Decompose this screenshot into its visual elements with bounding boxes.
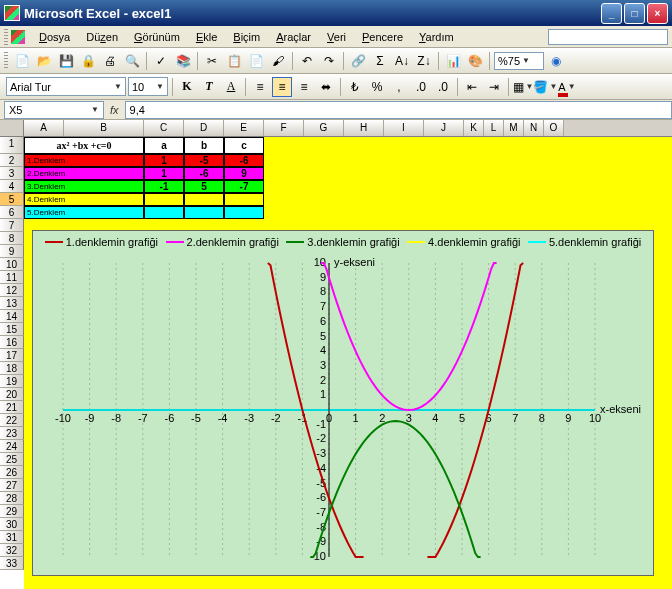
row-header-22[interactable]: 22 [0, 414, 24, 427]
row-header-19[interactable]: 19 [0, 375, 24, 388]
cell-grid[interactable]: ax² +bx +c=0 a b c 1.Denklem 1 -5 -6 2.D… [24, 137, 672, 589]
print-icon[interactable]: 🖨 [100, 51, 120, 71]
chart-icon[interactable]: 📊 [443, 51, 463, 71]
new-icon[interactable]: 📄 [12, 51, 32, 71]
hyperlink-icon[interactable]: 🔗 [348, 51, 368, 71]
row-header-10[interactable]: 10 [0, 258, 24, 271]
col-header-E[interactable]: E [224, 120, 264, 136]
row-header-29[interactable]: 29 [0, 505, 24, 518]
menu-bicim[interactable]: Biçim [225, 29, 268, 45]
row-header-24[interactable]: 24 [0, 440, 24, 453]
row-header-7[interactable]: 7 [0, 219, 24, 232]
select-all-corner[interactable] [0, 120, 24, 136]
close-button[interactable]: × [647, 3, 668, 24]
save-icon[interactable]: 💾 [56, 51, 76, 71]
chart-area[interactable]: 1.denklemin grafiği2.denklemin grafiği3.… [32, 230, 654, 576]
row-header-30[interactable]: 30 [0, 518, 24, 531]
row-header-1[interactable]: 1 [0, 137, 24, 154]
row-header-27[interactable]: 27 [0, 479, 24, 492]
menu-yardim[interactable]: Yardım [411, 29, 462, 45]
row-header-26[interactable]: 26 [0, 466, 24, 479]
increase-decimal-icon[interactable]: .0 [411, 77, 431, 97]
font-size-select[interactable]: 10▼ [128, 77, 168, 96]
row-header-21[interactable]: 21 [0, 401, 24, 414]
copy-icon[interactable]: 📋 [224, 51, 244, 71]
menu-duzen[interactable]: Düzen [78, 29, 126, 45]
row-header-28[interactable]: 28 [0, 492, 24, 505]
font-color-icon[interactable]: A▼ [557, 77, 577, 97]
fx-label[interactable]: fx [104, 104, 125, 116]
row-header-17[interactable]: 17 [0, 349, 24, 362]
borders-icon[interactable]: ▦▼ [513, 77, 533, 97]
decrease-decimal-icon[interactable]: .0 [433, 77, 453, 97]
sort-desc-icon[interactable]: Z↓ [414, 51, 434, 71]
merge-icon[interactable]: ⬌ [316, 77, 336, 97]
col-header-I[interactable]: I [384, 120, 424, 136]
col-header-M[interactable]: M [504, 120, 524, 136]
col-header-B[interactable]: B [64, 120, 144, 136]
row-header-12[interactable]: 12 [0, 284, 24, 297]
italic-button[interactable]: T [199, 77, 219, 97]
bold-button[interactable]: K [177, 77, 197, 97]
row-header-8[interactable]: 8 [0, 232, 24, 245]
align-center-icon[interactable]: ≡ [272, 77, 292, 97]
row-header-11[interactable]: 11 [0, 271, 24, 284]
row-header-25[interactable]: 25 [0, 453, 24, 466]
formula-input[interactable]: 9,4 [125, 101, 672, 119]
row-header-13[interactable]: 13 [0, 297, 24, 310]
row-header-31[interactable]: 31 [0, 531, 24, 544]
underline-button[interactable]: A [221, 77, 241, 97]
col-header-J[interactable]: J [424, 120, 464, 136]
help-icon[interactable]: ◉ [546, 51, 566, 71]
align-left-icon[interactable]: ≡ [250, 77, 270, 97]
row-header-33[interactable]: 33 [0, 557, 24, 570]
help-search-input[interactable] [548, 29, 668, 45]
col-header-F[interactable]: F [264, 120, 304, 136]
maximize-button[interactable]: □ [624, 3, 645, 24]
sort-asc-icon[interactable]: A↓ [392, 51, 412, 71]
font-select[interactable]: Arial Tur▼ [6, 77, 126, 96]
row-header-16[interactable]: 16 [0, 336, 24, 349]
minimize-button[interactable]: _ [601, 3, 622, 24]
row-header-9[interactable]: 9 [0, 245, 24, 258]
col-header-H[interactable]: H [344, 120, 384, 136]
menu-gorunum[interactable]: Görünüm [126, 29, 188, 45]
row-header-15[interactable]: 15 [0, 323, 24, 336]
row-header-14[interactable]: 14 [0, 310, 24, 323]
grip-handle[interactable] [4, 52, 8, 70]
col-header-L[interactable]: L [484, 120, 504, 136]
col-header-D[interactable]: D [184, 120, 224, 136]
drawing-icon[interactable]: 🎨 [465, 51, 485, 71]
col-header-N[interactable]: N [524, 120, 544, 136]
row-header-3[interactable]: 3 [0, 167, 24, 180]
paste-icon[interactable]: 📄 [246, 51, 266, 71]
undo-icon[interactable]: ↶ [297, 51, 317, 71]
row-header-6[interactable]: 6 [0, 206, 24, 219]
col-header-O[interactable]: O [544, 120, 564, 136]
open-icon[interactable]: 📂 [34, 51, 54, 71]
menu-ekle[interactable]: Ekle [188, 29, 225, 45]
col-header-G[interactable]: G [304, 120, 344, 136]
zoom-select[interactable]: %75▼ [494, 52, 544, 70]
percent-icon[interactable]: % [367, 77, 387, 97]
comma-icon[interactable]: , [389, 77, 409, 97]
cut-icon[interactable]: ✂ [202, 51, 222, 71]
currency-icon[interactable]: ₺ [345, 77, 365, 97]
menu-araclar[interactable]: Araçlar [268, 29, 319, 45]
row-header-5[interactable]: 5 [0, 193, 24, 206]
col-header-K[interactable]: K [464, 120, 484, 136]
research-icon[interactable]: 📚 [173, 51, 193, 71]
grip-handle[interactable] [4, 29, 8, 45]
row-header-20[interactable]: 20 [0, 388, 24, 401]
spell-icon[interactable]: ✓ [151, 51, 171, 71]
col-header-C[interactable]: C [144, 120, 184, 136]
row-header-2[interactable]: 2 [0, 154, 24, 167]
align-right-icon[interactable]: ≡ [294, 77, 314, 97]
permission-icon[interactable]: 🔒 [78, 51, 98, 71]
menu-dosya[interactable]: Dosya [31, 29, 78, 45]
menu-pencere[interactable]: Pencere [354, 29, 411, 45]
menu-veri[interactable]: Veri [319, 29, 354, 45]
row-header-4[interactable]: 4 [0, 180, 24, 193]
format-painter-icon[interactable]: 🖌 [268, 51, 288, 71]
row-header-18[interactable]: 18 [0, 362, 24, 375]
